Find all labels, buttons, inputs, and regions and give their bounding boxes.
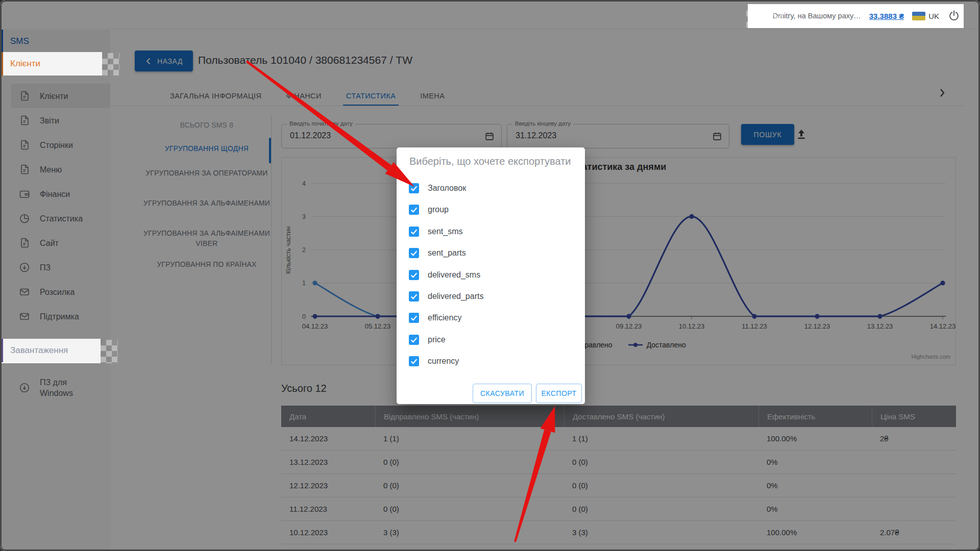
checkmark-icon xyxy=(409,270,419,280)
checkbox-delivered_parts[interactable] xyxy=(409,291,419,302)
download-icon xyxy=(18,382,31,394)
table-cell: 11.12.2023 xyxy=(281,497,375,520)
subnav-grouping-by-operators[interactable]: УГРУПОВАННЯ ЗА ОПЕРАТОРАМИ xyxy=(143,168,271,179)
export-upload-button[interactable] xyxy=(794,127,808,141)
subnav-grouping-by-alphanames[interactable]: УГРУПОВАННЯ ЗА АЛЬФАІМЕНАМИ xyxy=(143,198,271,209)
checkbox-efficiency[interactable] xyxy=(409,313,419,323)
sidebar-section-clients[interactable]: Клієнти xyxy=(0,52,110,76)
sidebar-item-clients[interactable]: Клієнти xyxy=(11,84,110,108)
daily-statistics-chart: 01234Кількість частин04.12.2305.12.2306.… xyxy=(281,157,956,365)
sidebar-item-support[interactable]: Підтримка xyxy=(11,304,110,329)
svg-text:12.12.23: 12.12.23 xyxy=(804,322,830,330)
subnav-grouping-by-countries[interactable]: УГРУПОВАННЯ ПО КРАЇНАХ xyxy=(143,260,271,270)
sidebar-item-reports[interactable]: Звіти xyxy=(11,108,110,133)
document-icon xyxy=(18,139,31,151)
subnav-grouping-daily[interactable]: УГРУПОВАННЯ ЩОДНЯ xyxy=(143,144,271,154)
table-row: 11.12.20230 (0)0 (0)0% xyxy=(281,497,956,521)
checkbox-price[interactable] xyxy=(409,335,419,345)
export-option-title: Заголовок xyxy=(409,180,466,196)
table-cell: 0 (0) xyxy=(375,450,564,473)
export-button[interactable]: ЕКСПОРТ xyxy=(536,384,582,403)
mail-icon xyxy=(18,310,31,322)
checkbox-title[interactable] xyxy=(409,183,419,193)
table-cell: 1 (1) xyxy=(375,427,564,450)
svg-text:10.12.23: 10.12.23 xyxy=(679,322,705,330)
sidebar-item-label: Сторінки xyxy=(40,140,73,151)
tab-finances[interactable]: ФІНАНСИ xyxy=(283,87,324,106)
table-row: 13.12.20230 (0)0 (0)0% xyxy=(281,450,956,474)
checkbox-group[interactable] xyxy=(409,205,419,215)
table-cell: 12.12.2023 xyxy=(281,474,375,497)
tab-names[interactable]: ІМЕНА xyxy=(417,87,448,106)
sidebar-item-pages[interactable]: Сторінки xyxy=(11,133,110,157)
export-option-label: efficiency xyxy=(428,313,461,322)
tab-bar-border xyxy=(110,106,964,106)
document-icon xyxy=(18,114,31,127)
checkbox-currency[interactable] xyxy=(409,356,419,366)
svg-text:4: 4 xyxy=(302,180,306,187)
table-cell xyxy=(872,474,956,497)
svg-text:2: 2 xyxy=(302,246,306,254)
calendar-icon[interactable] xyxy=(484,131,495,142)
sidebar-item-label: Звіти xyxy=(40,115,59,126)
export-option-label: sent_parts xyxy=(428,248,466,258)
sidebar-section-downloads[interactable]: Завантаження xyxy=(0,339,110,362)
sidebar-item-finances[interactable]: Фінанси xyxy=(11,182,110,206)
sidebar-item-mailing[interactable]: Розсилка xyxy=(11,280,110,304)
pie-icon xyxy=(18,212,31,224)
tab-general-info[interactable]: ЗАГАЛЬНА ІНФОРМАЦІЯ xyxy=(167,87,264,106)
downloads-section-label: Завантаження xyxy=(10,345,68,356)
legend-label: Доставлено xyxy=(647,341,686,349)
logout-power-button[interactable] xyxy=(947,9,961,22)
mail-icon xyxy=(18,286,31,298)
balance-link[interactable]: 33,3883 ₴ xyxy=(869,12,904,20)
tabs-scroll-right[interactable] xyxy=(938,88,946,98)
checkmark-icon xyxy=(409,227,419,236)
calendar-icon[interactable] xyxy=(712,131,723,142)
language-label: UK xyxy=(928,12,939,20)
sidebar-item-statistics[interactable]: Статистика xyxy=(11,206,110,231)
end-date-label: Введіть кінцеву дату xyxy=(512,120,573,127)
chart-legend: ВідправленоДоставлено xyxy=(281,341,956,349)
checkmark-icon xyxy=(409,205,419,214)
clients-section-bar xyxy=(0,52,3,76)
sidebar-item-menu[interactable]: Меню xyxy=(11,157,110,182)
svg-text:3: 3 xyxy=(302,213,306,220)
export-option-currency: currency xyxy=(409,353,459,369)
search-button[interactable]: ПОШУК xyxy=(741,124,794,145)
end-date-field[interactable]: Введіть кінцеву дату 31.12.2023 xyxy=(507,124,729,148)
table-header-cell: Відправлено SMS (частин) xyxy=(375,406,564,427)
table-cell: 0% xyxy=(758,474,872,497)
export-option-sent_sms: sent_sms xyxy=(409,223,462,240)
checkbox-sent_parts[interactable] xyxy=(409,248,419,258)
start-date-value[interactable]: 01.12.2023 xyxy=(290,131,331,140)
sidebar-section-sms[interactable]: SMS xyxy=(0,30,110,53)
app-root: Dmitry, на Вашому раху… 33,3883 ₴ UK SMS… xyxy=(0,0,980,551)
sidebar-item-site[interactable]: Сайт xyxy=(11,231,110,255)
legend-item-delivered[interactable]: Доставлено xyxy=(628,341,686,349)
checkbox-sent_sms[interactable] xyxy=(409,227,419,237)
sidebar-item-software[interactable]: ПЗ xyxy=(11,255,110,280)
checkmark-icon xyxy=(409,335,419,344)
svg-text:13.12.23: 13.12.23 xyxy=(867,322,893,330)
export-options-modal: Виберіть, що хочете експортувати Заголов… xyxy=(397,147,585,404)
daily-statistics-table: ДатаВідправлено SMS (частин)Доставлено S… xyxy=(281,406,956,551)
subnav-grouping-by-alphanames-viber[interactable]: УГРУПОВАННЯ ЗА АЛЬФАІМЕНАМИ VIBER xyxy=(143,229,271,249)
back-button[interactable]: НАЗАД xyxy=(135,51,193,71)
checkbox-delivered_sms[interactable] xyxy=(409,270,419,280)
back-button-label: НАЗАД xyxy=(157,57,183,65)
power-icon xyxy=(947,9,961,22)
table-cell: 100.00% xyxy=(758,521,872,544)
chart-credit: Highcharts.com xyxy=(837,354,950,360)
cancel-button[interactable]: СКАСУВАТИ xyxy=(473,384,532,403)
svg-text:05.12.23: 05.12.23 xyxy=(365,322,391,330)
start-date-field[interactable]: Введіть початкову дату 01.12.2023 xyxy=(281,124,502,148)
clients-section-label: Клієнти xyxy=(10,59,40,69)
export-option-label: group xyxy=(428,205,449,214)
end-date-value[interactable]: 31.12.2023 xyxy=(516,131,556,140)
sidebar-item-label: ПЗ для Windows xyxy=(40,377,96,398)
sidebar-item-software-for-windows[interactable]: ПЗ для Windows xyxy=(11,371,110,404)
tab-statistics[interactable]: СТАТИСТИКА xyxy=(343,87,399,106)
language-selector[interactable]: UK xyxy=(912,12,939,20)
document-icon xyxy=(18,163,31,176)
